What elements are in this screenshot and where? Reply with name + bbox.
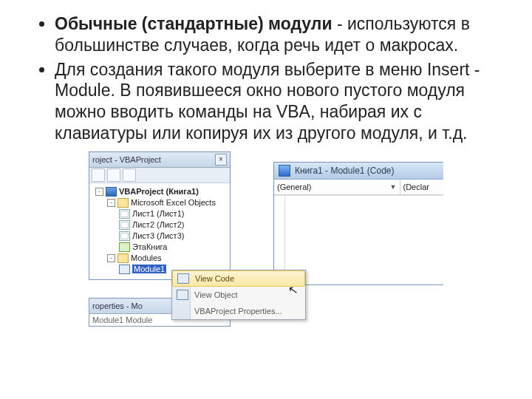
bullet-list: Обычные (стандартные) модули - использую… <box>22 13 510 144</box>
collapse-icon[interactable]: - <box>107 254 115 262</box>
tree-label: ЭтаКнига <box>132 242 167 251</box>
code-window: Книга1 - Module1 (Code) (General)▼ (Decl… <box>273 162 443 285</box>
bullet-bold: Обычные (стандартные) модули <box>55 14 332 33</box>
procedure-dropdown[interactable]: (Declar <box>400 180 444 194</box>
vbproject-icon <box>106 187 117 197</box>
tree-label: Лист1 (Лист1) <box>132 209 184 218</box>
project-explorer-window: roject - VBAProject × -VBAProject (Книга… <box>89 151 231 280</box>
sheet-icon <box>119 209 130 219</box>
tree-root-label: VBAProject (Книга1) <box>119 187 199 196</box>
tree-sheet[interactable]: Лист1 (Лист1) <box>91 208 228 219</box>
menu-item-label: VBAProject Properties... <box>194 307 282 316</box>
bullet-item: Для создания такого модуля выберите в ме… <box>55 59 510 144</box>
vba-screenshot: roject - VBAProject × -VBAProject (Книга… <box>89 151 443 344</box>
workbook-icon <box>119 242 130 252</box>
toolbar-button[interactable] <box>107 168 120 182</box>
toolbar-button[interactable] <box>123 168 136 182</box>
code-dropdown-bar: (General)▼ (Declar <box>274 180 443 195</box>
code-titlebar: Книга1 - Module1 (Code) <box>274 163 443 180</box>
vb-icon <box>279 165 290 177</box>
tree-label: Лист2 (Лист2) <box>132 220 184 229</box>
dropdown-value: (General) <box>277 183 311 191</box>
menu-item-project-properties[interactable]: VBAProject Properties... <box>172 303 305 319</box>
menu-item-label: View Object <box>194 290 238 299</box>
object-dropdown[interactable]: (General)▼ <box>274 180 400 194</box>
folder-icon <box>117 198 129 208</box>
project-explorer-titlebar: roject - VBAProject × <box>89 152 230 168</box>
tree-label: Modules <box>131 253 162 262</box>
sheet-icon <box>119 231 130 241</box>
tree-sheet[interactable]: Лист2 (Лист2) <box>91 219 228 231</box>
sheet-icon <box>119 220 130 230</box>
folder-icon <box>117 253 129 263</box>
menu-item-label: View Code <box>195 274 234 283</box>
object-icon <box>177 290 188 300</box>
collapse-icon[interactable]: - <box>107 199 115 207</box>
tree-label: Лист3 (Лист3) <box>132 231 184 240</box>
close-icon[interactable]: × <box>215 154 227 166</box>
bullet-rest: Для создания такого модуля выберите в ме… <box>55 60 480 143</box>
project-explorer-title: roject - VBAProject <box>92 155 215 164</box>
code-title: Книга1 - Module1 (Code) <box>295 166 395 176</box>
menu-item-view-object[interactable]: View Object <box>172 287 305 303</box>
tree-folder-excel-objects[interactable]: -Microsoft Excel Objects <box>91 197 228 208</box>
menu-item-view-code[interactable]: View Code <box>172 270 305 287</box>
tree-label: Microsoft Excel Objects <box>131 198 216 207</box>
tree-folder-modules[interactable]: -Modules <box>91 253 228 264</box>
tree-sheet[interactable]: Лист3 (Лист3) <box>91 231 228 242</box>
bullet-item: Обычные (стандартные) модули - использую… <box>55 13 510 56</box>
tree-label-selected: Module1 <box>132 265 166 273</box>
dropdown-value: (Declar <box>403 183 429 191</box>
context-menu: View Code View Object VBAProject Propert… <box>171 270 306 320</box>
collapse-icon[interactable]: - <box>95 188 103 196</box>
tree-thisworkbook[interactable]: ЭтаКнига <box>91 242 228 253</box>
toolbar-button[interactable] <box>92 168 105 182</box>
code-icon <box>177 273 189 284</box>
tree-root[interactable]: -VBAProject (Книга1) <box>91 186 228 197</box>
project-tree: -VBAProject (Книга1) -Microsoft Excel Ob… <box>89 183 230 279</box>
module-icon <box>119 265 130 274</box>
chevron-down-icon: ▼ <box>390 183 397 191</box>
project-toolbar <box>89 168 230 183</box>
